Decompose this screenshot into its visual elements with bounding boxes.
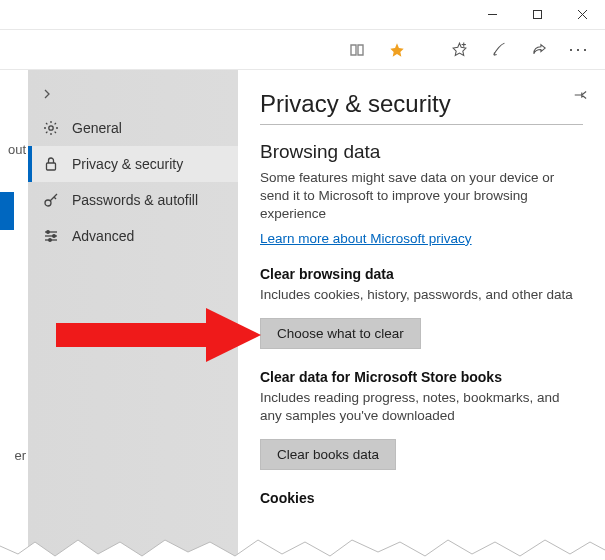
more-icon: ··· <box>568 39 589 60</box>
add-favorite-icon <box>451 41 468 58</box>
pin-icon <box>573 88 587 102</box>
settings-main-panel: Privacy & security Browsing data Some fe… <box>238 70 605 560</box>
reading-view-button[interactable] <box>339 32 375 68</box>
pen-icon <box>491 41 508 58</box>
lock-icon <box>42 156 60 172</box>
page-left-edge: out er <box>0 70 28 560</box>
sliders-icon <box>42 228 60 244</box>
page-title: Privacy & security <box>260 90 583 118</box>
svg-point-12 <box>47 231 50 234</box>
privacy-link[interactable]: Learn more about Microsoft privacy <box>260 231 472 246</box>
reading-view-icon <box>349 42 365 58</box>
favorites-list-button[interactable] <box>441 32 477 68</box>
maximize-button[interactable] <box>515 0 560 30</box>
partial-text-bottom: er <box>14 448 26 463</box>
subsection-heading-clear-browsing: Clear browsing data <box>260 266 583 282</box>
svg-rect-1 <box>534 11 542 19</box>
pin-button[interactable] <box>573 88 587 105</box>
subsection-body-clear-browsing: Includes cookies, history, passwords, an… <box>260 286 583 304</box>
favorite-button[interactable] <box>379 32 415 68</box>
page-selection-indicator <box>0 192 14 230</box>
close-button[interactable] <box>560 0 605 30</box>
sidebar-item-privacy-security[interactable]: Privacy & security <box>28 146 238 182</box>
section-body-browsing-data: Some features might save data on your de… <box>260 169 583 224</box>
close-icon <box>577 9 588 20</box>
sidebar-item-label: General <box>72 120 122 136</box>
notes-button[interactable] <box>481 32 517 68</box>
choose-what-to-clear-button[interactable]: Choose what to clear <box>260 318 421 349</box>
more-button[interactable]: ··· <box>561 32 597 68</box>
browser-toolbar: ··· <box>0 30 605 70</box>
star-icon <box>389 42 405 58</box>
window-titlebar <box>0 0 605 30</box>
sidebar-item-label: Passwords & autofill <box>72 192 198 208</box>
section-heading-browsing-data: Browsing data <box>260 141 583 163</box>
clear-books-data-button[interactable]: Clear books data <box>260 439 396 470</box>
title-divider <box>260 124 583 125</box>
share-button[interactable] <box>521 32 557 68</box>
svg-rect-7 <box>47 163 56 170</box>
content-area: out er General Privacy & security Passwo… <box>0 70 605 560</box>
svg-point-6 <box>49 126 53 130</box>
sidebar-item-label: Privacy & security <box>72 156 183 172</box>
chevron-right-icon <box>42 89 52 99</box>
sidebar-item-label: Advanced <box>72 228 134 244</box>
subsection-heading-store-books: Clear data for Microsoft Store books <box>260 369 583 385</box>
key-icon <box>42 192 60 208</box>
partial-text-top: out <box>8 142 26 157</box>
subsection-body-store-books: Includes reading progress, notes, bookma… <box>260 389 583 425</box>
minimize-button[interactable] <box>470 0 515 30</box>
maximize-icon <box>532 9 543 20</box>
sidebar-item-passwords-autofill[interactable]: Passwords & autofill <box>28 182 238 218</box>
minimize-icon <box>487 9 498 20</box>
back-button[interactable] <box>28 78 238 110</box>
sidebar-item-general[interactable]: General <box>28 110 238 146</box>
svg-point-13 <box>53 235 56 238</box>
svg-point-14 <box>49 239 52 242</box>
settings-sidebar: General Privacy & security Passwords & a… <box>28 70 238 560</box>
gear-icon <box>42 120 60 136</box>
subsection-heading-cookies: Cookies <box>260 490 583 506</box>
share-icon <box>531 41 548 58</box>
sidebar-item-advanced[interactable]: Advanced <box>28 218 238 254</box>
